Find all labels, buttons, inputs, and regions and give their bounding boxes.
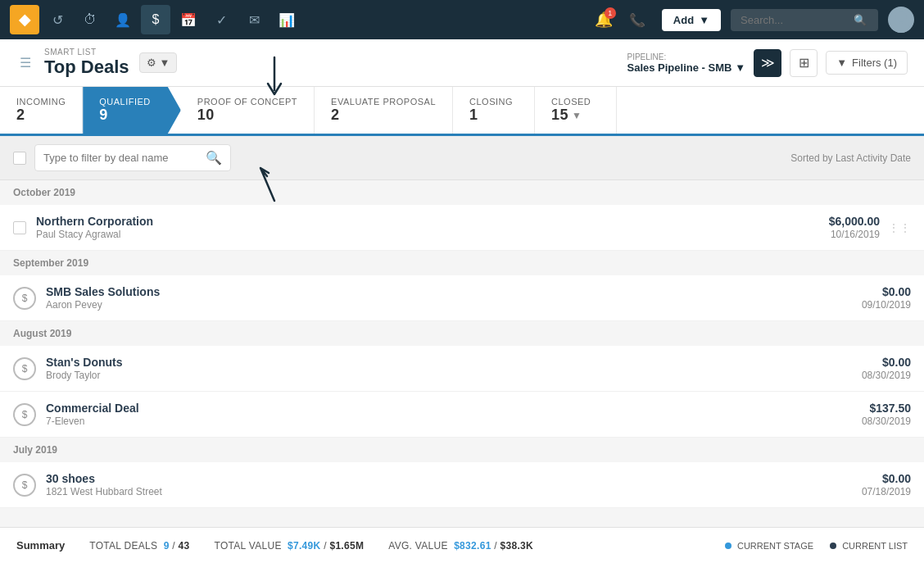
add-button[interactable]: Add ▼ <box>662 9 721 31</box>
group-header-september: September 2019 <box>0 251 924 275</box>
deal-date: 10/16/2019 <box>829 229 880 240</box>
deal-name: 30 shoes <box>46 472 862 485</box>
nav-messages-icon[interactable]: ✉ <box>239 5 269 34</box>
summary-label: Summary <box>16 539 65 552</box>
avg-value-current: $832.61 <box>454 540 491 552</box>
deal-dollar-icon: $ <box>13 287 36 310</box>
table-row[interactable]: Northern Corporation Paul Stacy Agrawal … <box>0 205 924 251</box>
nav-calendar-icon[interactable]: 📅 <box>174 5 203 34</box>
hamburger-icon[interactable]: ☰ <box>16 52 34 74</box>
select-all-checkbox[interactable] <box>13 152 26 165</box>
smart-list-label: SMART LIST <box>44 48 129 57</box>
deal-date: 07/18/2019 <box>862 486 911 497</box>
deal-company: 7-Eleven <box>46 415 862 427</box>
deal-date: 08/30/2019 <box>862 415 911 427</box>
deal-search-filter[interactable]: 🔍 <box>34 144 231 171</box>
deal-amount: $0.00 <box>862 285 911 298</box>
filter-label: Filters (1) <box>852 57 897 69</box>
pipeline-value: Sales Pipeline - SMB <box>627 61 732 74</box>
table-row[interactable]: $ Stan's Donuts Brody Taylor $0.00 08/30… <box>0 346 924 392</box>
deal-name: Commercial Deal <box>46 402 862 415</box>
total-deals-all: 43 <box>179 540 190 552</box>
deal-amount: $6,000.00 <box>829 215 880 228</box>
nav-dashboard-icon[interactable]: ↺ <box>43 5 72 34</box>
deal-company: Brody Taylor <box>46 370 862 381</box>
nav-tasks-icon[interactable]: ✓ <box>206 5 236 34</box>
deal-amount: $137.50 <box>862 402 911 415</box>
nav-contacts-icon[interactable]: 👤 <box>108 5 138 34</box>
top-navigation: ◆ ↺ ⏱ 👤 $ 📅 ✓ ✉ 📊 🔔 1 📞 Add ▼ 🔍 <box>0 0 924 39</box>
search-input[interactable] <box>741 14 847 26</box>
stage-closing[interactable]: CLOSING 1 <box>453 87 535 134</box>
page-title: Top Deals <box>44 57 129 78</box>
deal-checkbox[interactable] <box>13 221 26 234</box>
deal-name: Stan's Donuts <box>46 356 862 369</box>
group-header-august: August 2019 <box>0 321 924 346</box>
pipeline-stages: INCOMING 2 QUALIFIED 9 PROOF OF CONCEPT … <box>0 87 924 136</box>
settings-button[interactable]: ⚙ ▼ <box>139 52 178 73</box>
deal-dollar-icon: $ <box>13 357 36 380</box>
deal-company: Paul Stacy Agrawal <box>36 229 829 240</box>
phone-icon[interactable]: 📞 <box>623 5 652 34</box>
avg-value-summary: AVG. VALUE $832.61 / $38.3K <box>388 540 533 552</box>
total-deals-current: 9 <box>164 540 170 552</box>
total-value-current: $7.49K <box>288 540 321 552</box>
filter-icon: ▼ <box>836 57 847 69</box>
nav-timer-icon[interactable]: ⏱ <box>75 5 105 34</box>
filter-row: 🔍 Sorted by Last Activity Date <box>0 136 924 180</box>
total-value-summary: TOTAL VALUE $7.49K / $1.65M <box>215 540 365 552</box>
pipeline-label: PIPELINE: <box>627 52 745 61</box>
notification-icon[interactable]: 🔔 1 <box>595 11 613 29</box>
group-header-october: October 2019 <box>0 180 924 205</box>
current-list-dot <box>830 543 836 549</box>
summary-legend: CURRENT STAGE CURRENT LIST <box>725 541 908 551</box>
avatar[interactable] <box>888 7 914 33</box>
deal-company: Aaron Pevey <box>46 299 862 311</box>
sort-label: Sorted by Last Activity Date <box>790 152 911 164</box>
content-area: 🔍 Sorted by Last Activity Date October 2… <box>0 136 924 563</box>
deal-filter-input[interactable] <box>43 152 199 164</box>
deal-date: 08/30/2019 <box>862 370 911 381</box>
pipeline-chevron-icon: ▼ <box>735 61 745 74</box>
total-deals-summary: TOTAL DEALS 9 / 43 <box>89 540 189 552</box>
current-stage-dot <box>725 543 732 549</box>
drag-handle-icon: ⋮⋮ <box>888 221 911 234</box>
filter-search-icon: 🔍 <box>206 150 222 166</box>
grid-view-button[interactable]: ⊞ <box>790 49 818 77</box>
legend-all-label: CURRENT LIST <box>842 541 908 551</box>
table-row[interactable]: $ Commercial Deal 7-Eleven $137.50 08/30… <box>0 392 924 438</box>
stage-qualified[interactable]: QUALIFIED 9 <box>83 87 181 134</box>
deal-amount: $0.00 <box>862 356 911 369</box>
legend-current-stage: CURRENT STAGE <box>725 541 813 551</box>
table-row[interactable]: $ 30 shoes 1821 West Hubbard Street $0.0… <box>0 462 924 508</box>
add-chevron-icon: ▼ <box>699 14 709 26</box>
stage-incoming[interactable]: INCOMING 2 <box>0 87 83 134</box>
svg-point-1 <box>891 23 911 33</box>
page-header: ☰ SMART LIST Top Deals ⚙ ▼ PIPELINE: Sal… <box>0 39 924 87</box>
stage-proof-of-concept[interactable]: PROOF OF CONCEPT 10 <box>181 87 315 134</box>
nav-reports-icon[interactable]: 📊 <box>272 5 301 34</box>
stage-closed[interactable]: CLOSED 15 ▼ <box>535 87 617 134</box>
filter-button[interactable]: ▼ Filters (1) <box>826 51 908 75</box>
table-row[interactable]: $ SMB Sales Solutions Aaron Pevey $0.00 … <box>0 275 924 321</box>
stage-evaluate-proposal[interactable]: EVALUATE PROPOSAL 2 <box>315 87 453 134</box>
pipeline-select[interactable]: Sales Pipeline - SMB ▼ <box>627 61 745 74</box>
legend-current-list: CURRENT LIST <box>830 541 908 551</box>
deal-name: Northern Corporation <box>36 215 829 228</box>
deal-date: 09/10/2019 <box>862 299 911 311</box>
total-deals-separator: / <box>172 540 178 552</box>
deal-dollar-icon: $ <box>13 474 36 497</box>
gear-icon: ⚙ <box>147 57 156 69</box>
legend-current-label: CURRENT STAGE <box>737 541 813 551</box>
notification-badge: 1 <box>605 7 616 19</box>
search-icon: 🔍 <box>854 14 867 26</box>
group-header-july: July 2019 <box>0 438 924 462</box>
global-search[interactable]: 🔍 <box>731 9 878 31</box>
brand-icon[interactable]: ◆ <box>10 5 39 34</box>
list-view-button[interactable]: ≫ <box>754 49 781 77</box>
avg-value-all: $38.3K <box>500 540 534 552</box>
svg-point-0 <box>895 11 907 22</box>
summary-bar: Summary TOTAL DEALS 9 / 43 TOTAL VALUE $… <box>0 527 924 563</box>
deal-name: SMB Sales Solutions <box>46 285 862 298</box>
nav-deals-icon[interactable]: $ <box>141 5 170 34</box>
